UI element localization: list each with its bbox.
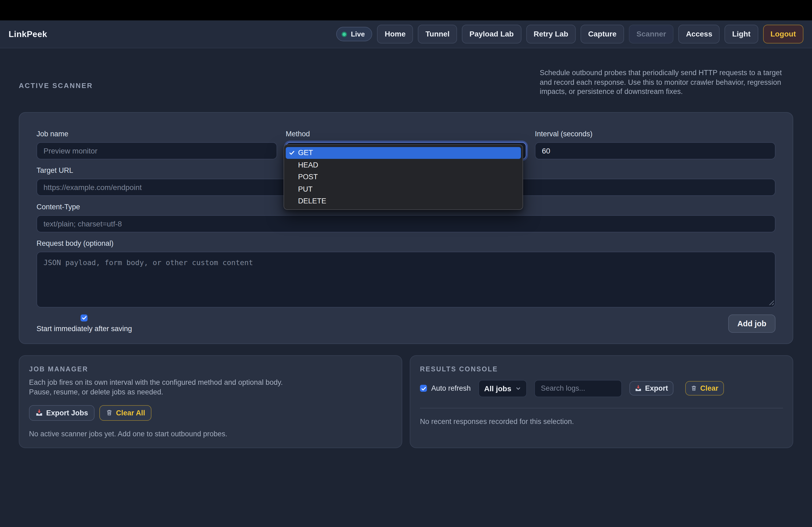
job-manager-heading: JOB MANAGER — [29, 365, 392, 373]
top-black-strip — [0, 0, 812, 20]
job-filter-select[interactable]: All jobs — [478, 380, 527, 397]
method-field-group: Method GET H — [286, 130, 526, 159]
nav-payload-lab[interactable]: Payload Lab — [462, 25, 521, 43]
results-divider — [420, 408, 783, 408]
add-job-button[interactable]: Add job — [728, 314, 775, 332]
job-manager-description-line2: Pause, resume, or delete jobs as needed. — [29, 388, 392, 397]
nav-scanner-current[interactable]: Scanner — [629, 25, 674, 43]
live-dot-icon — [342, 31, 347, 37]
job-manager-empty-state: No active scanner jobs yet. Add one to s… — [29, 430, 392, 438]
job-name-input[interactable] — [37, 142, 277, 159]
live-badge: Live — [336, 27, 373, 41]
search-logs-input[interactable] — [534, 380, 622, 397]
scanner-form-panel: Job name Method — [19, 112, 793, 344]
start-immediately-checkbox-group[interactable]: Start immediately after saving — [37, 314, 132, 332]
interval-field-group: Interval (seconds) — [535, 130, 775, 159]
trash-icon — [691, 385, 697, 392]
nav-light-theme-toggle[interactable]: Light — [725, 25, 758, 43]
method-option-delete[interactable]: DELETE — [286, 195, 521, 207]
job-name-field-group: Job name — [37, 130, 277, 159]
auto-refresh-label: Auto refresh — [431, 384, 471, 392]
nav-capture[interactable]: Capture — [581, 25, 624, 43]
nav-home[interactable]: Home — [377, 25, 413, 43]
method-option-head[interactable]: HEAD — [286, 159, 521, 171]
scanner-page: ACTIVE SCANNER Schedule outbound probes … — [0, 68, 812, 448]
method-option-post[interactable]: POST — [286, 171, 521, 183]
check-icon — [421, 386, 426, 391]
page-title: ACTIVE SCANNER — [19, 81, 93, 90]
request-body-field-group: Request body (optional) — [37, 239, 775, 307]
header-bar: LinkPeek Live Home Tunnel Payload Lab Re… — [0, 20, 812, 48]
method-option-put[interactable]: PUT — [286, 183, 521, 195]
export-tray-icon — [35, 409, 43, 417]
interval-label: Interval (seconds) — [535, 130, 775, 138]
logout-button[interactable]: Logout — [763, 25, 803, 43]
method-dropdown-popup: GET HEAD POST PUT DELETE — [284, 144, 523, 210]
clear-all-button[interactable]: Clear All — [99, 405, 152, 420]
nav-tunnel[interactable]: Tunnel — [418, 25, 457, 43]
checkbox-checked[interactable] — [81, 314, 88, 321]
job-name-label: Job name — [37, 130, 277, 138]
export-jobs-button[interactable]: Export Jobs — [29, 405, 95, 420]
check-icon — [289, 150, 298, 156]
method-option-get[interactable]: GET — [286, 147, 521, 159]
live-label: Live — [351, 30, 365, 38]
auto-refresh-checkbox-group[interactable]: Auto refresh — [420, 384, 471, 392]
main-nav: Live Home Tunnel Payload Lab Retry Lab C… — [336, 25, 803, 43]
check-icon — [82, 315, 87, 320]
results-console-heading: RESULTS CONSOLE — [420, 365, 783, 373]
clear-logs-button[interactable]: Clear — [685, 381, 724, 395]
trash-icon — [106, 409, 113, 417]
interval-input[interactable] — [535, 142, 775, 159]
chevron-down-icon — [516, 386, 521, 391]
start-immediately-label: Start immediately after saving — [37, 325, 132, 332]
checkbox-checked[interactable] — [420, 385, 427, 392]
export-logs-button[interactable]: Export — [629, 381, 673, 395]
job-manager-description-line1: Each job fires on its own interval with … — [29, 378, 392, 387]
request-body-textarea[interactable] — [37, 252, 775, 307]
method-label: Method — [286, 130, 526, 138]
page-description: Schedule outbound probes that periodical… — [540, 68, 793, 96]
export-tray-icon — [635, 385, 642, 392]
section-head: ACTIVE SCANNER Schedule outbound probes … — [19, 68, 793, 96]
brand-logo: LinkPeek — [9, 29, 47, 39]
nav-retry-lab[interactable]: Retry Lab — [526, 25, 576, 43]
job-manager-panel: JOB MANAGER Each job fires on its own in… — [19, 355, 402, 448]
app-root: LinkPeek Live Home Tunnel Payload Lab Re… — [0, 0, 812, 527]
content-type-input[interactable] — [37, 215, 775, 232]
request-body-label: Request body (optional) — [37, 239, 775, 247]
nav-access[interactable]: Access — [679, 25, 720, 43]
results-console-empty-state: No recent responses recorded for this se… — [420, 417, 783, 425]
results-console-panel: RESULTS CONSOLE Auto refresh All jobs — [410, 355, 793, 448]
